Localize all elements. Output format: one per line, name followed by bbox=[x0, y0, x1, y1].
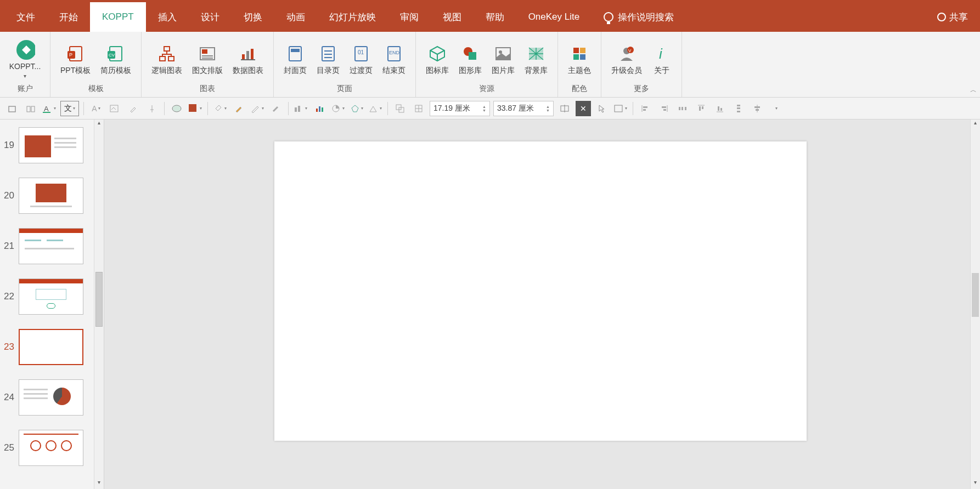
tab-design[interactable]: 设计 bbox=[189, 2, 232, 32]
icon-library-button[interactable]: 图标库 bbox=[424, 43, 451, 77]
koppt-account-button[interactable]: KOPPT... ▾ bbox=[7, 39, 43, 80]
qat-bars[interactable] bbox=[312, 101, 327, 116]
qat-marker[interactable] bbox=[268, 101, 284, 116]
logic-chart-button[interactable]: 逻辑图表 bbox=[149, 43, 184, 77]
tab-home[interactable]: 开始 bbox=[47, 2, 90, 32]
qat-align-bottom[interactable] bbox=[712, 101, 728, 116]
slide-canvas[interactable] bbox=[274, 141, 807, 441]
scrollbar-handle[interactable] bbox=[95, 272, 103, 327]
tab-review[interactable]: 审阅 bbox=[388, 2, 431, 32]
qat-pie[interactable]: ▾ bbox=[330, 101, 346, 116]
collapse-ribbon-button[interactable]: ︿ bbox=[970, 86, 977, 95]
picture-icon bbox=[493, 44, 513, 64]
qat-more-align[interactable]: ▾ bbox=[768, 101, 784, 116]
scroll-up-icon[interactable]: ▴ bbox=[971, 120, 980, 129]
slide-thumbnail[interactable]: 20 bbox=[0, 175, 94, 226]
qat-text-tool[interactable]: 文▾ bbox=[60, 101, 79, 116]
share-button[interactable]: 共享 bbox=[930, 2, 976, 32]
qat-pushpin[interactable] bbox=[144, 101, 160, 116]
scroll-down-icon[interactable]: ▾ bbox=[94, 479, 104, 489]
qat-align-1[interactable] bbox=[557, 101, 572, 116]
qat-ellipse[interactable] bbox=[169, 101, 184, 116]
end-page-button[interactable]: END 结束页 bbox=[380, 43, 408, 77]
tab-insert[interactable]: 插入 bbox=[146, 2, 189, 32]
resume-template-button[interactable]: CV 简历模板 bbox=[98, 43, 133, 77]
qat-btn-1[interactable] bbox=[4, 101, 20, 116]
scroll-down-icon[interactable]: ▾ bbox=[971, 479, 980, 489]
transition-page-icon: 01 bbox=[351, 44, 371, 64]
spinner-icon[interactable]: ▲▼ bbox=[546, 105, 550, 112]
qat-eyedropper[interactable] bbox=[126, 101, 141, 116]
slide-thumbnail[interactable]: 19 bbox=[0, 125, 94, 175]
transition-page-button[interactable]: 01 过渡页 bbox=[347, 43, 375, 77]
slide-thumbnail[interactable]: 25 bbox=[0, 428, 94, 478]
slide-thumbnail[interactable]: 24 bbox=[0, 377, 94, 428]
slide-preview bbox=[19, 430, 83, 466]
tab-transition[interactable]: 切换 bbox=[232, 2, 274, 32]
svg-rect-69 bbox=[682, 107, 683, 110]
svg-rect-48 bbox=[295, 107, 297, 112]
lightbulb-icon bbox=[604, 12, 613, 22]
svg-rect-50 bbox=[316, 109, 318, 112]
svg-rect-7 bbox=[164, 47, 170, 51]
data-chart-button[interactable]: 数据图表 bbox=[230, 43, 266, 77]
qat-size-1[interactable]: ▾ bbox=[293, 101, 308, 116]
tab-file[interactable]: 文件 bbox=[4, 2, 47, 32]
qat-mountain[interactable]: ▾ bbox=[368, 101, 383, 116]
qat-bucket[interactable]: ▾ bbox=[212, 101, 228, 116]
height-input[interactable]: 33.87 厘米▲▼ bbox=[493, 101, 554, 116]
qat-polygon[interactable]: ▾ bbox=[349, 101, 364, 116]
qat-font-color[interactable]: A▾ bbox=[88, 101, 104, 116]
qat-dist-h[interactable] bbox=[675, 101, 690, 116]
slide-number: 22 bbox=[2, 291, 19, 302]
svg-rect-49 bbox=[298, 106, 300, 112]
qat-align-right[interactable] bbox=[656, 101, 672, 116]
qat-group[interactable] bbox=[392, 101, 408, 116]
tell-me-search[interactable]: 操作说明搜索 bbox=[592, 2, 686, 32]
svg-rect-76 bbox=[720, 108, 722, 111]
qat-pen[interactable]: ▾ bbox=[250, 101, 265, 116]
qat-highlighter[interactable] bbox=[231, 101, 246, 116]
tab-onekey[interactable]: OneKey Lite bbox=[516, 2, 592, 32]
svg-rect-78 bbox=[737, 107, 740, 109]
thumbnail-scrollbar[interactable]: ▴ ▾ bbox=[94, 120, 104, 489]
background-library-button[interactable]: 背景库 bbox=[522, 43, 550, 77]
color-swatches-icon bbox=[570, 44, 589, 64]
scrollbar-handle[interactable] bbox=[972, 273, 979, 317]
qat-center-h[interactable] bbox=[750, 101, 765, 116]
about-button[interactable]: i 关于 bbox=[650, 43, 674, 77]
image-text-layout-button[interactable]: 图文排版 bbox=[190, 43, 225, 77]
theme-color-button[interactable]: 主题色 bbox=[566, 43, 593, 77]
tab-animation[interactable]: 动画 bbox=[274, 2, 317, 32]
cover-page-button[interactable]: 封面页 bbox=[281, 43, 309, 77]
qat-ungroup[interactable] bbox=[411, 101, 426, 116]
image-library-button[interactable]: 图片库 bbox=[489, 43, 517, 77]
tab-view[interactable]: 视图 bbox=[431, 2, 474, 32]
qat-dist-v[interactable] bbox=[731, 101, 746, 116]
koppt-logo-icon bbox=[15, 40, 35, 60]
shape-library-button[interactable]: 图形库 bbox=[457, 43, 484, 77]
ppt-template-button[interactable]: P PPT模板 bbox=[58, 43, 93, 77]
spinner-icon[interactable]: ▲▼ bbox=[482, 105, 486, 112]
slide-thumbnail[interactable]: 21 bbox=[0, 226, 94, 276]
width-input[interactable]: 17.19 厘米▲▼ bbox=[430, 101, 490, 116]
qat-fill-color[interactable]: ▾ bbox=[188, 101, 203, 116]
share-icon bbox=[937, 13, 946, 21]
qat-layout[interactable]: ▾ bbox=[613, 101, 628, 116]
toc-page-button[interactable]: 目录页 bbox=[314, 43, 342, 77]
scroll-up-icon[interactable]: ▴ bbox=[94, 120, 104, 129]
qat-align-top[interactable] bbox=[694, 101, 709, 116]
qat-replace-image[interactable] bbox=[107, 101, 122, 116]
slide-thumbnail[interactable]: 23 bbox=[0, 327, 94, 377]
qat-btn-2[interactable] bbox=[23, 101, 38, 116]
qat-close-pane[interactable]: ✕ bbox=[576, 101, 591, 116]
slide-thumbnail[interactable]: 22 bbox=[0, 276, 94, 327]
tab-koppt[interactable]: KOPPT bbox=[90, 2, 146, 32]
qat-font-style[interactable]: A▾ bbox=[42, 101, 57, 116]
qat-cursor[interactable] bbox=[594, 101, 610, 116]
canvas-scrollbar[interactable]: ▴ ▾ bbox=[970, 120, 980, 489]
tab-help[interactable]: 帮助 bbox=[474, 2, 516, 32]
qat-align-left[interactable] bbox=[638, 101, 653, 116]
upgrade-member-button[interactable]: V 升级会员 bbox=[609, 43, 644, 77]
tab-slideshow[interactable]: 幻灯片放映 bbox=[317, 2, 388, 32]
